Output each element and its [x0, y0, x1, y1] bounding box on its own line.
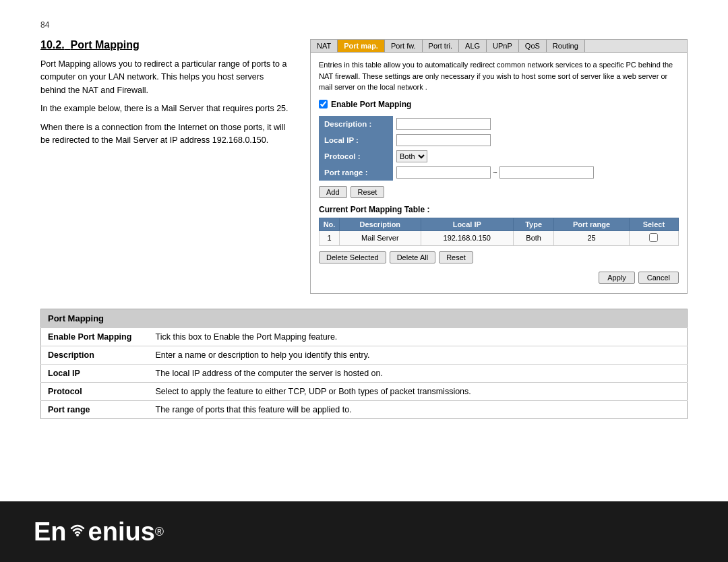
enable-portmapping-checkbox[interactable] [319, 100, 328, 108]
form-row-description: Description : [319, 116, 679, 132]
def-portrange: The range of ports that this feature wil… [149, 400, 688, 418]
enable-portmapping-label: Enable Port Mapping [331, 100, 411, 109]
term-protocol: Protocol [41, 382, 149, 400]
brand-name-2: enius [88, 518, 155, 547]
form-row-portrange: Port range : ~ [319, 164, 679, 181]
panel-description: Entries in this table allow you to autom… [319, 59, 679, 93]
tab-portfw[interactable]: Port fw. [385, 40, 423, 52]
add-button[interactable]: Add [319, 186, 347, 198]
tab-portmap[interactable]: Port map. [338, 40, 385, 52]
col-portrange: Port range [554, 218, 629, 230]
label-portrange: Port range : [319, 164, 393, 181]
delete-selected-button[interactable]: Delete Selected [319, 251, 386, 263]
desc-table-wrap: Port Mapping Enable Port Mapping Tick th… [40, 309, 688, 419]
nav-tabs: NAT Port map. Port fw. Port tri. ALG UPn… [311, 40, 687, 53]
apply-row: Apply Cancel [319, 269, 679, 286]
desc-row-localip: Local IP The local IP address of the com… [41, 364, 688, 382]
label-protocol: Protocol : [319, 148, 393, 164]
tab-porttri[interactable]: Port tri. [423, 40, 459, 52]
term-description: Description [41, 346, 149, 364]
table-header-row: No. Description Local IP Type Port range… [320, 218, 679, 230]
cell-localip: 192.168.0.150 [421, 230, 513, 245]
def-localip: The local IP address of the computer the… [149, 364, 688, 382]
portrange-tilde: ~ [493, 168, 497, 177]
desc-row-protocol: Protocol Select to apply the feature to … [41, 382, 688, 400]
bottom-buttons: Delete Selected Delete All Reset [319, 251, 679, 263]
port-mapping-table: No. Description Local IP Type Port range… [319, 218, 679, 246]
delete-all-button[interactable]: Delete All [390, 251, 435, 263]
form-buttons: Add Reset [319, 186, 679, 198]
desc-row-description: Description Enter a name or description … [41, 346, 688, 364]
registered-mark: ® [155, 525, 164, 539]
brand-logo: En enius ® [34, 518, 164, 547]
cell-no: 1 [320, 230, 340, 245]
tab-qos[interactable]: QoS [519, 40, 547, 52]
tab-alg[interactable]: ALG [459, 40, 487, 52]
cancel-button[interactable]: Cancel [638, 272, 679, 284]
form-row-protocol: Protocol : Both TCP UDP [319, 148, 679, 164]
section-title: Port Mapping [70, 39, 139, 51]
col-select: Select [629, 218, 678, 230]
term-portrange: Port range [41, 400, 149, 418]
form-row-localip: Local IP : [319, 132, 679, 148]
bottom-reset-button[interactable]: Reset [439, 251, 473, 263]
table-row: 1 Mail Server 192.168.0.150 Both 25 [320, 230, 679, 245]
cell-select[interactable] [629, 230, 678, 245]
svg-point-0 [76, 534, 79, 536]
apply-button[interactable]: Apply [599, 272, 635, 284]
col-type: Type [513, 218, 553, 230]
cell-description: Mail Server [340, 230, 421, 245]
term-enable: Enable Port Mapping [41, 327, 149, 346]
reset-button[interactable]: Reset [351, 186, 385, 198]
localip-input[interactable] [396, 134, 491, 146]
def-enable: Tick this box to Enable the Port Mapping… [149, 327, 688, 346]
section-num: 10.2. [40, 39, 65, 51]
input-cell-description [393, 116, 679, 132]
input-cell-portrange: ~ [393, 164, 679, 181]
row-select-checkbox[interactable] [649, 233, 658, 242]
description-table: Port Mapping Enable Port Mapping Tick th… [40, 309, 688, 419]
wifi-icon [67, 519, 88, 538]
label-localip: Local IP : [319, 132, 393, 148]
col-description: Description [340, 218, 421, 230]
term-localip: Local IP [41, 364, 149, 382]
protocol-select[interactable]: Both TCP UDP [396, 150, 427, 162]
footer: En enius ® [0, 501, 728, 562]
desc-row-portrange: Port range The range of ports that this … [41, 400, 688, 418]
description-input[interactable] [396, 118, 491, 130]
def-description: Enter a name or description to help you … [149, 346, 688, 364]
col-localip: Local IP [421, 218, 513, 230]
form-table: Description : Local IP : Protocol : [319, 116, 679, 181]
label-description: Description : [319, 116, 393, 132]
portrange-to-input[interactable] [499, 166, 594, 179]
tab-routing[interactable]: Routing [547, 40, 585, 52]
desc-row-enable: Enable Port Mapping Tick this box to Ena… [41, 327, 688, 346]
portrange-from-input[interactable] [396, 166, 491, 179]
left-description: Port Mapping allows you to redirect a pa… [40, 58, 290, 147]
page-number: 84 [40, 20, 688, 30]
cell-portrange: 25 [554, 230, 629, 245]
input-cell-localip [393, 132, 679, 148]
brand-name: En [34, 518, 67, 547]
config-panel: NAT Port map. Port fw. Port tri. ALG UPn… [310, 39, 688, 294]
cell-type: Both [513, 230, 553, 245]
def-protocol: Select to apply the feature to either TC… [149, 382, 688, 400]
section-heading: 10.2. Port Mapping [40, 39, 290, 51]
current-table-label: Current Port Mapping Table : [319, 205, 679, 214]
col-no: No. [320, 218, 340, 230]
desc-table-header: Port Mapping [41, 309, 688, 327]
input-cell-protocol: Both TCP UDP [393, 148, 679, 164]
tab-nat[interactable]: NAT [311, 40, 338, 52]
desc-table-title: Port Mapping [41, 309, 688, 327]
tab-upnp[interactable]: UPnP [487, 40, 519, 52]
